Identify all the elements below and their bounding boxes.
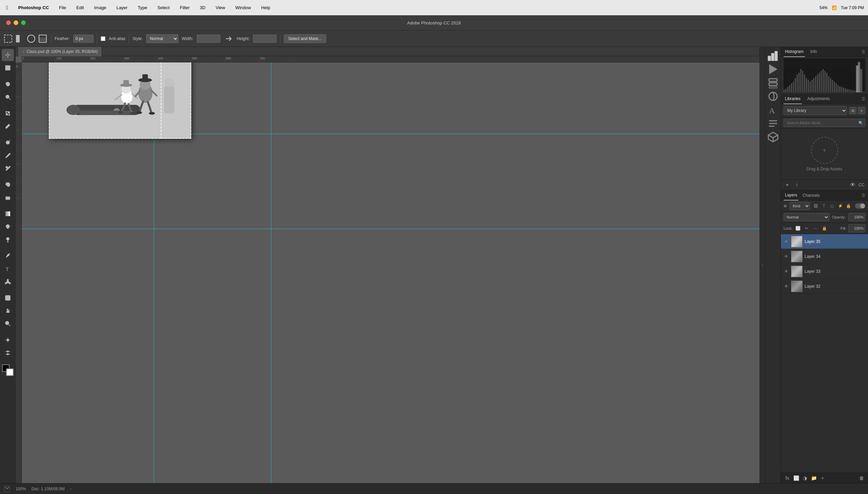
filter-menu[interactable]: Filter bbox=[178, 4, 192, 11]
gradient-tool[interactable] bbox=[2, 208, 14, 220]
feather-input[interactable] bbox=[73, 35, 94, 43]
delete-layer-btn[interactable]: 🗑 bbox=[858, 474, 865, 482]
lib-add-circle[interactable]: + bbox=[811, 137, 838, 164]
layers-panel-menu[interactable]: ☰ bbox=[862, 193, 865, 198]
path-tool[interactable] bbox=[2, 276, 14, 288]
lock-all-btn[interactable]: 🔒 bbox=[821, 225, 828, 232]
upload-library-btn[interactable]: ↑ bbox=[793, 181, 801, 189]
new-adjustment-layer-btn[interactable]: ◑ bbox=[801, 474, 809, 482]
adjustment-icon-btn[interactable] bbox=[767, 90, 779, 102]
eraser-tool[interactable] bbox=[2, 191, 14, 204]
brush-tool[interactable] bbox=[2, 149, 14, 162]
lock-artboard-btn[interactable]: ↔ bbox=[812, 225, 819, 232]
marquee-tool[interactable] bbox=[2, 62, 14, 74]
filter-pixel-icon[interactable]: 🖼 bbox=[812, 203, 819, 209]
character-icon-btn[interactable]: A bbox=[767, 104, 779, 116]
add-mask-btn[interactable]: ⬜ bbox=[792, 474, 800, 482]
select-menu[interactable]: Select bbox=[155, 4, 172, 11]
window-menu[interactable]: Window bbox=[233, 4, 253, 11]
canvas-work-area[interactable] bbox=[22, 62, 760, 483]
paragraph-icon-btn[interactable] bbox=[767, 117, 779, 130]
filter-smart-icon[interactable]: ⚡ bbox=[837, 203, 844, 209]
layer-row-34[interactable]: 👁 Layer 34 bbox=[781, 249, 868, 264]
histogram-panel-btn[interactable] bbox=[767, 50, 779, 62]
libraries-panel-menu[interactable]: ☰ bbox=[862, 97, 865, 101]
actions-panel-btn[interactable] bbox=[767, 63, 779, 75]
type-menu[interactable]: Type bbox=[136, 4, 149, 11]
select-and-mask-btn[interactable]: Select and Mask... bbox=[284, 34, 326, 43]
document-tab[interactable]: × Class.psd @ 100% (Layer 35, RGB/8#) bbox=[18, 47, 102, 56]
file-menu[interactable]: File bbox=[57, 4, 68, 11]
layer-row-35[interactable]: 👁 Layer 35 bbox=[781, 234, 868, 249]
height-input[interactable] bbox=[253, 35, 277, 43]
layer-34-visibility[interactable]: 👁 bbox=[784, 254, 789, 259]
layers-list[interactable]: 👁 Layer 35 👁 Layer 34 👁 bbox=[781, 234, 868, 473]
fullscreen-window-button[interactable] bbox=[21, 20, 26, 25]
anti-alias-checkbox[interactable] bbox=[101, 36, 105, 41]
layer-32-visibility[interactable]: 👁 bbox=[784, 284, 789, 289]
layer-row-33[interactable]: 👁 Layer 33 bbox=[781, 264, 868, 279]
lock-pixels-btn[interactable]: ⬜ bbox=[794, 225, 801, 232]
3d-icon-btn[interactable] bbox=[767, 131, 779, 143]
layer-menu[interactable]: Layer bbox=[115, 4, 130, 11]
blur-tool[interactable] bbox=[2, 221, 14, 233]
close-window-button[interactable] bbox=[6, 20, 11, 25]
move-tool[interactable] bbox=[2, 49, 14, 61]
edit-toolbar-btn[interactable] bbox=[2, 347, 14, 359]
3d-menu[interactable]: 3D bbox=[198, 4, 208, 11]
marquee-mode-2[interactable] bbox=[26, 34, 36, 43]
layer-35-visibility[interactable]: 👁 bbox=[784, 239, 789, 244]
help-menu[interactable]: Help bbox=[259, 4, 272, 11]
marquee-mode-3[interactable] bbox=[38, 34, 47, 43]
eye-library-btn[interactable]: 👁 bbox=[849, 181, 856, 189]
layers-icon-btn[interactable] bbox=[767, 77, 779, 89]
lasso-tool[interactable] bbox=[2, 78, 14, 90]
add-library-btn[interactable]: + bbox=[784, 181, 791, 189]
edit-menu[interactable]: Edit bbox=[74, 4, 86, 11]
library-grid-view-btn[interactable]: ⊞ bbox=[849, 107, 856, 114]
new-layer-btn[interactable]: + bbox=[819, 474, 826, 482]
status-left-icon[interactable] bbox=[4, 486, 10, 492]
layer-row-32[interactable]: 👁 Layer 32 bbox=[781, 279, 868, 294]
eyedropper-tool[interactable] bbox=[2, 120, 14, 132]
library-select[interactable]: My Library bbox=[784, 106, 847, 115]
color-swatch[interactable] bbox=[2, 364, 14, 376]
cc-library-btn[interactable]: CC bbox=[858, 181, 865, 189]
marquee-mode-1[interactable] bbox=[15, 34, 24, 43]
filter-shape-icon[interactable]: ◻ bbox=[829, 203, 835, 209]
add-layer-style-btn[interactable]: fx bbox=[784, 474, 791, 482]
minimize-window-button[interactable] bbox=[14, 20, 18, 25]
status-arrow[interactable]: › bbox=[70, 487, 72, 491]
filter-group-icon[interactable]: 🔒 bbox=[845, 203, 852, 209]
library-list-view-btn[interactable]: ≡ bbox=[858, 107, 865, 114]
layers-tab[interactable]: Layers bbox=[784, 190, 798, 201]
libraries-tab[interactable]: Libraries bbox=[784, 94, 802, 104]
quick-access-btn[interactable] bbox=[2, 334, 14, 346]
apple-menu[interactable]:  bbox=[4, 4, 10, 12]
hand-tool[interactable] bbox=[2, 305, 14, 317]
layer-33-visibility[interactable]: 👁 bbox=[784, 269, 789, 274]
info-tab[interactable]: Info bbox=[809, 47, 818, 57]
canvas-viewport[interactable]: 0 100 200 300 400 500 600 700 bbox=[16, 56, 760, 483]
history-brush-tool[interactable] bbox=[2, 178, 14, 191]
background-color[interactable] bbox=[6, 368, 14, 376]
healing-tool[interactable] bbox=[2, 136, 14, 149]
filter-toggle[interactable] bbox=[855, 203, 865, 209]
panel-collapse-btn[interactable]: ‹ bbox=[760, 47, 765, 483]
library-search-input[interactable] bbox=[784, 119, 865, 127]
rect-marquee-btn[interactable] bbox=[3, 34, 13, 43]
canvas-document[interactable] bbox=[49, 62, 191, 139]
quick-select-tool[interactable] bbox=[2, 91, 14, 103]
app-menu[interactable]: Photoshop CC bbox=[16, 4, 51, 11]
fill-input[interactable] bbox=[848, 224, 865, 232]
image-menu[interactable]: Image bbox=[92, 4, 108, 11]
blend-mode-select[interactable]: Normal Dissolve Multiply Screen Overlay bbox=[784, 213, 829, 221]
tab-close-btn[interactable]: × bbox=[22, 50, 24, 54]
dodge-tool[interactable] bbox=[2, 233, 14, 246]
opacity-input[interactable] bbox=[848, 213, 865, 221]
channels-tab[interactable]: Channels bbox=[801, 190, 821, 201]
pen-tool[interactable] bbox=[2, 250, 14, 262]
new-group-btn[interactable]: 📁 bbox=[810, 474, 817, 482]
histogram-tab[interactable]: Histogram bbox=[784, 47, 805, 57]
histogram-panel-menu[interactable]: ☰ bbox=[862, 50, 865, 54]
